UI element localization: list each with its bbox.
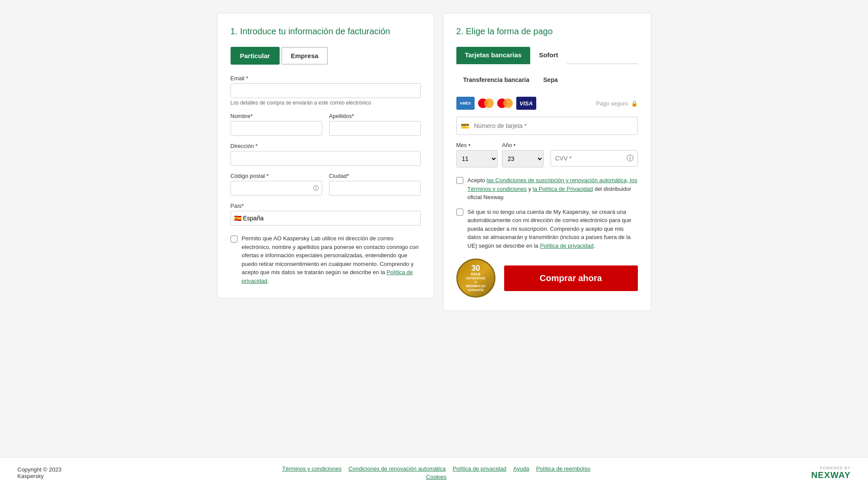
card-number-input[interactable]	[456, 117, 638, 135]
terms-checkbox[interactable]	[456, 177, 463, 184]
account-checkbox-group: Sé que si no tengo una cuenta de My Kasp…	[456, 208, 638, 250]
email-hint: Los detalles de compra se enviarán a est…	[231, 100, 421, 106]
privacy-link2[interactable]: Política de privacidad	[540, 242, 594, 249]
mes-select[interactable]: 11	[456, 150, 498, 167]
billing-title: 1. Introduce tu información de facturaci…	[231, 26, 421, 36]
marketing-label: Permito que AO Kaspersky Lab utilice mi …	[242, 234, 421, 285]
ano-select[interactable]: 23	[502, 150, 544, 167]
footer-links: Términos y condiciones Condiciones de re…	[282, 465, 591, 480]
pais-group: País* 🇪🇸 España	[231, 203, 421, 226]
footer-link-renovacion[interactable]: Condiciones de renovación automática	[348, 465, 446, 472]
ano-group: Año • 23	[502, 142, 544, 167]
tab-empresa[interactable]: Empresa	[281, 47, 328, 65]
footer-link-reembolso[interactable]: Política de reembolso	[536, 465, 591, 472]
pais-wrapper: 🇪🇸 España	[231, 211, 421, 226]
payment-subtab-group: Transferencia bancaria Sepa	[456, 73, 638, 88]
expiry-selects: Mes • 11 Año • 23	[456, 142, 544, 167]
footer-link-cookies[interactable]: Cookies	[426, 474, 446, 480]
ciudad-label: Ciudad*	[329, 173, 421, 179]
buy-button[interactable]: Comprar ahora	[504, 265, 638, 291]
buy-row: 30 DÍAS SATISFECHO O REEMBOLSO GARANTÍA …	[456, 259, 638, 298]
billing-panel: 1. Introduce tu información de facturaci…	[217, 13, 434, 298]
cvv-group: ⓘ	[551, 142, 638, 167]
account-checkbox[interactable]	[456, 209, 463, 216]
name-row: Nombre* Apellidos*	[231, 113, 421, 143]
tab-particular[interactable]: Particular	[231, 47, 280, 65]
guarantee-satisfecho: SATISFECHO O REEMBOLSO GARANTÍA	[466, 276, 485, 292]
footer-links-row2: Cookies	[426, 474, 446, 480]
ano-label: Año •	[502, 142, 544, 148]
postal-info-icon: ⓘ	[313, 184, 319, 192]
ciudad-group: Ciudad*	[329, 173, 421, 196]
powered-by-label: POWERED BY	[820, 466, 851, 470]
footer-copyright: Copyright © 2023 Kaspersky	[17, 466, 61, 479]
postal-input-wrapper: ⓘ	[231, 181, 322, 196]
maestro-logo	[478, 98, 494, 109]
nombre-group: Nombre*	[231, 113, 322, 136]
guarantee-dias: DÍAS	[471, 272, 481, 276]
ciudad-input[interactable]	[329, 181, 421, 196]
footer-link-privacidad[interactable]: Política de privacidad	[452, 465, 506, 472]
guarantee-days: 30	[471, 264, 480, 272]
billing-tab-group: Particular Empresa	[231, 47, 421, 65]
postal-group: Código postal * ⓘ	[231, 173, 322, 196]
checkout-checkboxes: Acepto las Condiciones de suscripción y …	[456, 176, 638, 250]
payment-panel: 2. Elige la forma de pago Tarjetas banca…	[443, 13, 651, 311]
secure-label: Pago seguro	[596, 100, 628, 107]
terms-link1[interactable]: las Condiciones de suscripción y renovac…	[487, 177, 629, 183]
expiry-group: Mes • 11 Año • 23	[456, 142, 544, 167]
subtab-transferencia[interactable]: Transferencia bancaria	[456, 73, 537, 88]
email-group: Email * Los detalles de compra se enviar…	[231, 75, 421, 106]
card-logos-row: AMEX VISA Pago seguro 🔒	[456, 97, 638, 110]
terms-checkbox-group: Acepto las Condiciones de suscripción y …	[456, 176, 638, 202]
card-number-wrapper: 💳	[456, 117, 638, 135]
apellidos-input[interactable]	[329, 121, 421, 136]
postal-input[interactable]	[231, 181, 322, 196]
secure-payment: Pago seguro 🔒	[596, 100, 638, 107]
mes-group: Mes • 11	[456, 142, 498, 167]
footer: Copyright © 2023 Kaspersky Términos y co…	[0, 457, 868, 488]
marketing-checkbox[interactable]	[231, 236, 238, 242]
pais-flag: 🇪🇸	[234, 215, 241, 222]
nombre-input[interactable]	[231, 121, 322, 136]
subtab-sepa[interactable]: Sepa	[536, 73, 564, 88]
mastercard-logo	[497, 98, 513, 109]
nexway-brand: NEXWAY	[811, 470, 851, 480]
nombre-label: Nombre*	[231, 113, 322, 119]
cvv-label	[551, 142, 638, 148]
email-input[interactable]	[231, 83, 421, 98]
direccion-input[interactable]	[231, 151, 421, 166]
account-label: Sé que si no tengo una cuenta de My Kasp…	[468, 208, 638, 250]
footer-link-ayuda[interactable]: Ayuda	[513, 465, 529, 472]
visa-logo: VISA	[516, 97, 536, 110]
email-label: Email *	[231, 75, 421, 82]
cvv-wrapper: ⓘ	[551, 150, 638, 167]
footer-nexway: POWERED BY NEXWAY	[811, 466, 851, 480]
postal-label: Código postal *	[231, 173, 322, 179]
pais-label: País*	[231, 203, 421, 209]
apellidos-group: Apellidos*	[329, 113, 421, 136]
tab-sofort[interactable]: Sofort	[530, 47, 567, 64]
expiry-cvv-row: Mes • 11 Año • 23	[456, 142, 638, 167]
postal-city-row: Código postal * ⓘ Ciudad*	[231, 173, 421, 203]
cvv-info-icon: ⓘ	[627, 154, 634, 163]
guarantee-badge: 30 DÍAS SATISFECHO O REEMBOLSO GARANTÍA	[456, 259, 495, 298]
direccion-group: Dirección *	[231, 143, 421, 166]
lock-icon: 🔒	[631, 100, 638, 107]
direccion-label: Dirección *	[231, 143, 421, 149]
marketing-checkbox-group: Permito que AO Kaspersky Lab utilice mi …	[231, 234, 421, 285]
terms-link3[interactable]: la Política de Privacidad	[533, 186, 593, 192]
pais-select[interactable]: España	[231, 211, 421, 226]
payment-title: 2. Elige la forma de pago	[456, 26, 638, 36]
tab-tarjetas[interactable]: Tarjetas bancarias	[456, 47, 531, 64]
footer-links-row1: Términos y condiciones Condiciones de re…	[282, 465, 591, 472]
payment-tab-group: Tarjetas bancarias Sofort	[456, 47, 638, 64]
terms-label: Acepto las Condiciones de suscripción y …	[468, 176, 638, 202]
apellidos-label: Apellidos*	[329, 113, 421, 119]
card-icon: 💳	[461, 122, 469, 130]
footer-link-terminos[interactable]: Términos y condiciones	[282, 465, 342, 472]
mes-label: Mes •	[456, 142, 498, 148]
amex-logo: AMEX	[456, 97, 475, 110]
cvv-input[interactable]	[551, 150, 638, 167]
